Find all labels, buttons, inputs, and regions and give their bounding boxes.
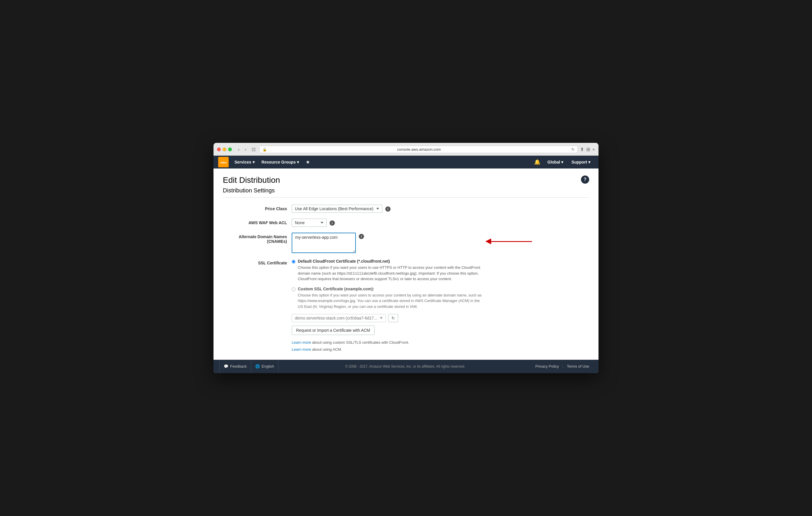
add-tab-button[interactable]: +	[592, 147, 595, 152]
waf-info-icon[interactable]: i	[329, 220, 335, 225]
ssl-default-option: Default CloudFront Certificate (*.cloudf…	[292, 259, 485, 282]
section-title: Distribution Settings	[223, 187, 589, 198]
footer-copyright: © 2008 - 2017, Amazon Web Services, Inc.…	[279, 364, 532, 368]
new-tab-button[interactable]: ⊞	[586, 147, 590, 152]
forward-button[interactable]: ›	[243, 146, 248, 153]
feedback-button[interactable]: 💬 Feedback	[219, 360, 251, 373]
learn-more-acm-link[interactable]: Learn more	[292, 347, 311, 352]
support-chevron-icon: ▾	[588, 160, 590, 164]
address-bar[interactable]: 🔒 console.aws.amazon.com ↻	[259, 146, 578, 153]
resource-groups-chevron-icon: ▾	[297, 160, 299, 164]
pin-icon: ★	[306, 160, 310, 164]
ssl-custom-desc: Choose this option if you want your user…	[298, 293, 485, 310]
learn-more-ssl: Learn more about using custom SSL/TLS ce…	[292, 339, 485, 346]
terms-of-use-link[interactable]: Terms of Use	[563, 364, 593, 368]
browser-window: ‹ › ⊡ 🔒 console.aws.amazon.com ↻ ⬆ ⊞ + A…	[213, 143, 599, 373]
footer-left: 💬 Feedback 🌐 English	[219, 360, 279, 373]
learn-more-acm: Learn more about using ACM.	[292, 346, 485, 353]
price-class-info-icon[interactable]: i	[385, 206, 390, 212]
price-class-select[interactable]: Use All Edge Locations (Best Performance…	[292, 205, 382, 213]
ssl-custom-label: Custom SSL Certificate (example.com):	[298, 286, 485, 291]
ssl-default-radio[interactable]	[292, 260, 295, 264]
ssl-custom-content: Custom SSL Certificate (example.com): Ch…	[298, 286, 485, 310]
ssl-cert-label: SSL Certificate	[223, 259, 287, 265]
nav-resource-groups[interactable]: Resource Groups ▾	[258, 156, 302, 169]
footer-right: Privacy Policy | Terms of Use	[532, 364, 593, 368]
form-grid: Price Class Use All Edge Locations (Best…	[223, 205, 485, 353]
reload-button[interactable]: ↻	[571, 147, 575, 152]
nav-right: 🔔 Global ▾ Support ▾	[532, 156, 594, 169]
show-tabs-button[interactable]: ⊡	[250, 146, 257, 153]
minimize-button[interactable]	[223, 148, 226, 151]
nav-global[interactable]: Global ▾	[544, 156, 567, 169]
arrow-head	[485, 239, 491, 244]
waf-web-acl-label: AWS WAF Web ACL	[223, 219, 287, 225]
price-class-label: Price Class	[223, 205, 287, 211]
help-icon[interactable]: ?	[581, 176, 589, 184]
nav-support[interactable]: Support ▾	[568, 156, 594, 169]
privacy-policy-link[interactable]: Privacy Policy	[532, 364, 562, 368]
red-arrow-annotation	[485, 239, 532, 244]
services-chevron-icon: ▾	[253, 160, 255, 164]
ssl-default-label: Default CloudFront Certificate (*.cloudf…	[298, 259, 485, 264]
footer: 💬 Feedback 🌐 English © 2008 - 2017, Amaz…	[213, 360, 599, 373]
url-text: console.aws.amazon.com	[269, 147, 570, 152]
feedback-icon: 💬	[224, 364, 228, 368]
waf-web-acl-control: None i	[292, 219, 485, 227]
acm-button[interactable]: Request or Import a Certificate with ACM	[292, 326, 375, 335]
globe-icon: 🌐	[255, 364, 260, 368]
global-chevron-icon: ▾	[561, 160, 563, 164]
page-title: Edit Distribution	[223, 176, 280, 185]
ssl-custom-radio[interactable]	[292, 287, 295, 291]
lock-icon: 🔒	[262, 148, 267, 152]
share-button[interactable]: ⬆	[580, 147, 584, 152]
language-button[interactable]: 🌐 English	[251, 360, 279, 373]
cname-textarea[interactable]: my-serverless-app.com	[292, 233, 356, 253]
cname-control: my-serverless-app.com i	[292, 233, 485, 253]
browser-actions: ⬆ ⊞ +	[580, 147, 595, 152]
svg-text:AWS: AWS	[220, 161, 227, 164]
bell-icon[interactable]: 🔔	[532, 156, 543, 169]
ssl-default-desc: Choose this option if you want your user…	[298, 265, 485, 282]
page-header: Edit Distribution ?	[223, 176, 589, 185]
learn-more-ssl-link[interactable]: Learn more	[292, 340, 311, 344]
main-content: Edit Distribution ? Distribution Setting…	[213, 169, 599, 360]
cert-select-row: demo.serverless-stack.com (ccfc6aa7-6d17…	[292, 314, 485, 322]
cname-info-icon[interactable]: i	[359, 234, 364, 239]
aws-logo[interactable]: AWS	[218, 157, 229, 167]
ssl-section: Default CloudFront Certificate (*.cloudf…	[292, 259, 485, 353]
close-button[interactable]	[217, 148, 221, 151]
ssl-default-content: Default CloudFront Certificate (*.cloudf…	[298, 259, 485, 282]
cname-label: Alternate Domain Names (CNAMEs)	[223, 233, 287, 244]
back-button[interactable]: ‹	[236, 146, 241, 153]
traffic-lights	[217, 148, 232, 151]
cert-select[interactable]: demo.serverless-stack.com (ccfc6aa7-6d17…	[292, 314, 386, 322]
nav-services[interactable]: Services ▾	[231, 156, 258, 169]
price-class-control: Use All Edge Locations (Best Performance…	[292, 205, 485, 213]
cert-refresh-button[interactable]: ↻	[388, 314, 398, 322]
aws-nav: AWS Services ▾ Resource Groups ▾ ★ 🔔 Glo…	[213, 156, 599, 169]
ssl-custom-option: Custom SSL Certificate (example.com): Ch…	[292, 286, 485, 310]
waf-web-acl-select[interactable]: None	[292, 219, 327, 227]
maximize-button[interactable]	[228, 148, 232, 151]
browser-chrome: ‹ › ⊡ 🔒 console.aws.amazon.com ↻ ⬆ ⊞ +	[213, 143, 599, 156]
arrow-line	[491, 241, 532, 242]
nav-pin[interactable]: ★	[302, 156, 313, 169]
